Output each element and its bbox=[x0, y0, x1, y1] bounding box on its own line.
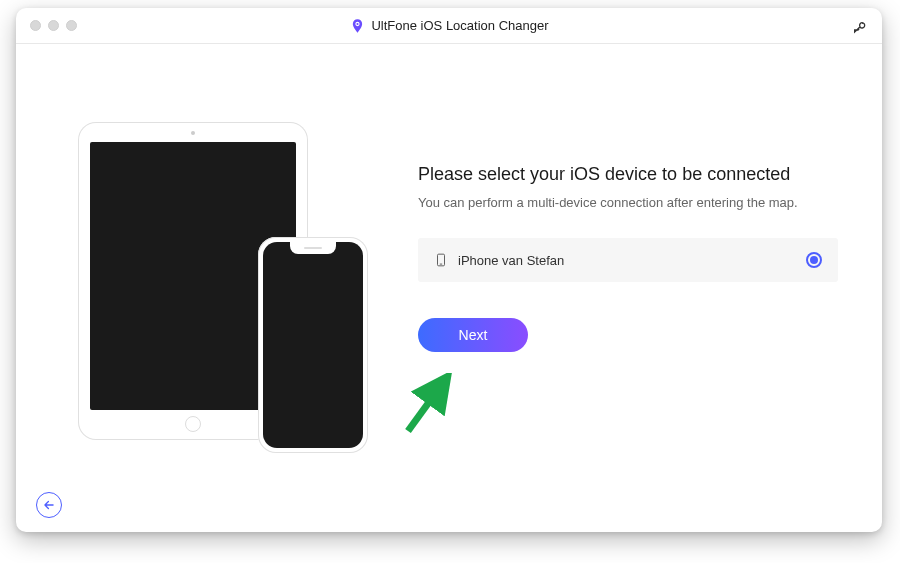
device-row[interactable]: iPhone van Stefan bbox=[418, 238, 838, 282]
phone-icon bbox=[434, 253, 448, 267]
right-panel: Please select your iOS device to be conn… bbox=[378, 72, 838, 532]
logo-icon bbox=[349, 18, 365, 34]
iphone-graphic bbox=[258, 237, 368, 453]
device-illustration bbox=[78, 122, 378, 462]
key-icon[interactable] bbox=[852, 18, 868, 34]
app-title-text: UltFone iOS Location Changer bbox=[371, 18, 548, 33]
arrow-left-icon bbox=[42, 498, 56, 512]
svg-point-1 bbox=[356, 22, 358, 24]
titlebar: UltFone iOS Location Changer bbox=[16, 8, 882, 44]
heading: Please select your iOS device to be conn… bbox=[418, 164, 838, 185]
window-minimize-button[interactable] bbox=[48, 20, 59, 31]
device-name: iPhone van Stefan bbox=[458, 253, 806, 268]
back-button[interactable] bbox=[36, 492, 62, 518]
app-title: UltFone iOS Location Changer bbox=[349, 18, 548, 34]
window-controls bbox=[16, 20, 77, 31]
subtitle: You can perform a multi-device connectio… bbox=[418, 195, 838, 210]
window-close-button[interactable] bbox=[30, 20, 41, 31]
device-radio-selected[interactable] bbox=[806, 252, 822, 268]
next-button[interactable]: Next bbox=[418, 318, 528, 352]
main-content: Please select your iOS device to be conn… bbox=[16, 44, 882, 532]
window-maximize-button[interactable] bbox=[66, 20, 77, 31]
svg-point-2 bbox=[862, 22, 863, 23]
app-window: UltFone iOS Location Changer Please sele… bbox=[16, 8, 882, 532]
